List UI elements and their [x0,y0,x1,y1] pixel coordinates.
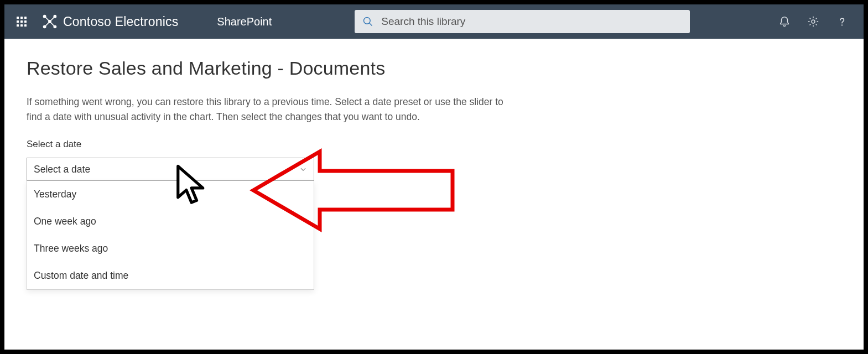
date-option-one-week[interactable]: One week ago [27,208,314,235]
gear-icon [807,15,819,28]
date-dropdown-trigger[interactable]: Select a date [27,158,314,181]
date-dropdown: Select a date Yesterday One week ago Thr… [27,158,314,181]
date-dropdown-selected: Select a date [34,164,90,175]
page-description: If something went wrong, you can restore… [27,95,508,124]
date-option-three-weeks[interactable]: Three weeks ago [27,235,314,262]
site-logo[interactable]: Contoso Electronics [42,14,178,29]
search-icon [362,16,373,27]
date-field-label: Select a date [27,139,841,150]
help-button[interactable] [828,4,856,39]
page-title: Restore Sales and Marketing - Documents [27,58,841,79]
site-name: Contoso Electronics [63,14,178,29]
bell-icon [778,15,791,28]
settings-button[interactable] [799,4,827,39]
svg-line-7 [45,22,50,27]
main-content: Restore Sales and Marketing - Documents … [4,39,864,200]
app-name[interactable]: SharePoint [217,15,272,28]
app-launcher-button[interactable] [4,4,39,39]
search-wrap [355,10,690,33]
svg-line-8 [50,22,55,27]
search-input[interactable] [381,15,682,28]
waffle-icon [17,17,27,27]
help-icon [836,15,848,28]
svg-line-6 [50,17,55,22]
svg-line-10 [370,23,372,26]
contoso-logo-icon [42,14,58,29]
suite-right-actions [771,4,864,39]
date-option-custom[interactable]: Custom date and time [27,262,314,289]
svg-point-11 [812,20,815,23]
notifications-button[interactable] [771,4,798,39]
search-box[interactable] [355,10,690,33]
chevron-down-icon [299,165,307,173]
svg-point-12 [841,24,843,25]
date-dropdown-list: Yesterday One week ago Three weeks ago C… [27,181,314,290]
date-option-yesterday[interactable]: Yesterday [27,181,314,208]
svg-point-9 [364,18,371,24]
suite-bar: Contoso Electronics SharePoint [4,4,864,39]
svg-line-5 [45,17,50,22]
